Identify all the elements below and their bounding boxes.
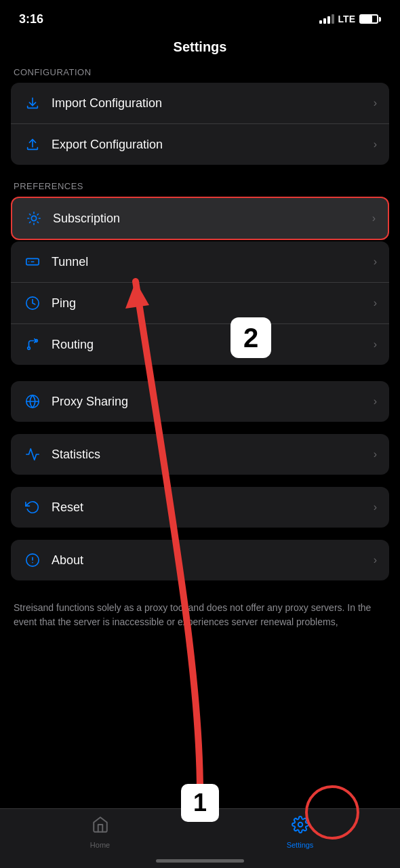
settings-circle-annotation	[305, 785, 359, 840]
page-title: Settings	[0, 34, 400, 67]
signal-icon	[319, 14, 334, 24]
subscription-row[interactable]: Subscription ›	[12, 198, 388, 239]
tunnel-label: Tunnel	[52, 255, 374, 269]
status-right: LTE	[319, 14, 381, 24]
statistics-group: Statistics ›	[11, 434, 389, 475]
reset-row[interactable]: Reset ›	[11, 487, 389, 528]
export-configuration-label: Export Configuration	[52, 138, 374, 152]
home-icon	[92, 816, 109, 838]
proxy-sharing-label: Proxy Sharing	[52, 395, 374, 409]
chevron-right-icon: ›	[374, 97, 377, 109]
svg-point-12	[298, 823, 302, 827]
home-indicator	[156, 859, 244, 863]
ping-icon	[23, 294, 42, 313]
subscription-group: Subscription ›	[11, 197, 389, 240]
statistics-label: Statistics	[52, 448, 374, 462]
chevron-right-icon: ›	[372, 212, 376, 224]
chevron-right-icon: ›	[374, 338, 377, 351]
subscription-label: Subscription	[53, 212, 372, 226]
badge-1: 1	[181, 784, 219, 822]
routing-icon	[23, 335, 42, 354]
reset-icon	[23, 498, 42, 517]
about-icon	[23, 551, 42, 570]
proxy-sharing-row[interactable]: Proxy Sharing ›	[11, 381, 389, 422]
tab-settings[interactable]: Settings	[200, 816, 400, 849]
badge-2: 2	[231, 317, 271, 358]
export-configuration-row[interactable]: Export Configuration ›	[11, 124, 389, 165]
statistics-icon	[23, 445, 42, 464]
description-text: Streisand functions solely as a proxy to…	[0, 593, 400, 629]
proxy-sharing-icon	[23, 392, 42, 411]
tab-home[interactable]: Home	[0, 816, 200, 849]
ping-label: Ping	[52, 296, 374, 311]
routing-row[interactable]: Routing ›	[11, 324, 389, 365]
chevron-right-icon: ›	[374, 501, 377, 513]
export-icon	[23, 135, 42, 154]
chevron-right-icon: ›	[374, 256, 377, 268]
tunnel-icon	[23, 252, 42, 271]
chevron-right-icon: ›	[374, 138, 377, 151]
reset-group: Reset ›	[11, 487, 389, 528]
import-configuration-label: Import Configuration	[52, 96, 374, 111]
section-label-configuration: CONFIGURATION	[0, 67, 400, 83]
svg-point-2	[31, 216, 36, 220]
import-configuration-row[interactable]: Import Configuration ›	[11, 83, 389, 124]
tab-settings-label: Settings	[287, 841, 314, 849]
battery-icon	[359, 14, 381, 24]
subscription-icon	[24, 209, 43, 228]
about-label: About	[52, 553, 374, 568]
section-label-preferences: PREFERENCES	[0, 181, 400, 197]
reset-label: Reset	[52, 500, 374, 515]
lte-label: LTE	[338, 14, 355, 24]
chevron-right-icon: ›	[374, 554, 377, 566]
status-time: 3:16	[19, 12, 43, 26]
chevron-right-icon: ›	[374, 448, 377, 460]
chevron-right-icon: ›	[374, 395, 377, 408]
ping-row[interactable]: Ping ›	[11, 283, 389, 324]
about-group: About ›	[11, 540, 389, 580]
tab-home-label: Home	[90, 841, 110, 849]
statistics-row[interactable]: Statistics ›	[11, 434, 389, 475]
tunnel-row[interactable]: Tunnel ›	[11, 241, 389, 283]
preferences-group: Tunnel › Ping › Routing	[11, 241, 389, 365]
about-row[interactable]: About ›	[11, 540, 389, 580]
proxy-sharing-group: Proxy Sharing ›	[11, 381, 389, 422]
status-bar: 3:16 LTE	[0, 0, 400, 34]
chevron-right-icon: ›	[374, 297, 377, 309]
configuration-group: Import Configuration › Export Configurat…	[11, 83, 389, 165]
routing-label: Routing	[52, 338, 374, 352]
import-icon	[23, 94, 42, 113]
